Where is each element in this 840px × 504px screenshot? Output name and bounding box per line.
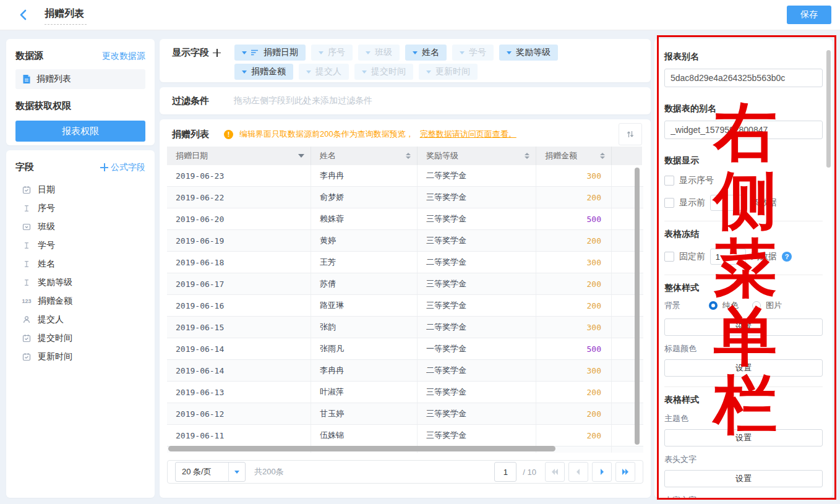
field-item[interactable]: 提交时间 <box>15 329 145 348</box>
field-item[interactable]: 123捐赠金额 <box>15 292 145 310</box>
display-field-chip[interactable]: 更新时间 <box>419 64 478 80</box>
text-icon <box>22 205 32 212</box>
solid-color-radio[interactable] <box>709 301 718 310</box>
table-cell: 300 <box>536 360 612 381</box>
number-icon: 123 <box>22 298 32 304</box>
table-cell: 三等奖学金 <box>418 425 536 446</box>
sort-desc-icon <box>298 154 304 158</box>
field-item[interactable]: 姓名 <box>15 255 145 273</box>
chip-label: 序号 <box>328 47 345 58</box>
table-cell: 甘玉婷 <box>311 403 418 424</box>
table-cell: 2019-06-15 <box>167 317 311 338</box>
first-page-button[interactable] <box>545 462 565 482</box>
save-button[interactable]: 保存 <box>787 6 831 24</box>
chip-label: 捐赠金额 <box>251 66 286 77</box>
show-first-count-input[interactable] <box>710 195 746 211</box>
field-item[interactable]: 班级 <box>15 218 145 236</box>
table-alias-input[interactable] <box>664 121 823 139</box>
add-formula-field-link[interactable]: 公式字段 <box>100 162 145 173</box>
table-cell: 200 <box>536 230 612 251</box>
display-field-chip[interactable]: 捐赠日期 <box>234 45 306 61</box>
help-icon[interactable] <box>782 252 792 262</box>
back-button[interactable] <box>17 9 30 21</box>
table-cell: 500 <box>536 338 612 359</box>
field-item[interactable]: 学号 <box>15 236 145 255</box>
sort-order-button[interactable] <box>619 123 642 145</box>
view-page-link[interactable]: 完整数据请访问页面查看。 <box>420 129 516 140</box>
table-horizontal-scrollbar[interactable] <box>168 446 555 451</box>
display-field-chip[interactable]: 奖励等级 <box>499 45 558 61</box>
title-color-set-button[interactable]: 设置 <box>664 359 823 377</box>
column-header[interactable]: 姓名 <box>311 147 418 165</box>
column-header[interactable]: 捐赠日期 <box>167 147 311 165</box>
show-first-checkbox[interactable] <box>664 198 674 208</box>
caret-down-icon <box>460 51 465 54</box>
background-color-set-button[interactable]: 设置 <box>664 318 823 336</box>
data-display-title: 数据显示 <box>664 155 823 166</box>
table-cell: 三等奖学金 <box>418 403 536 424</box>
header-text-set-button[interactable]: 设置 <box>664 470 823 487</box>
display-field-chip[interactable]: 提交人 <box>299 64 349 80</box>
display-field-chip[interactable]: 班级 <box>358 45 400 61</box>
report-alias-input[interactable] <box>664 69 823 87</box>
column-header[interactable]: 奖励等级 <box>418 147 536 165</box>
display-field-chip[interactable]: 提交时间 <box>354 64 413 80</box>
datasource-item-label: 捐赠列表 <box>36 74 71 85</box>
table-cell: 三等奖学金 <box>418 273 536 294</box>
field-label: 奖励等级 <box>38 277 72 288</box>
column-label: 捐赠日期 <box>176 150 208 161</box>
theme-color-set-button[interactable]: 设置 <box>664 429 823 446</box>
image-radio[interactable] <box>752 301 761 310</box>
table-row: 2019-06-18王芳二等奖学金300 <box>167 252 643 273</box>
fix-columns-checkbox[interactable] <box>664 252 674 262</box>
page-input[interactable] <box>494 462 516 482</box>
sort-toggle-icon <box>406 153 411 159</box>
chip-label: 学号 <box>469 47 486 58</box>
table-cell: 俞梦娇 <box>311 187 418 208</box>
chip-label: 提交人 <box>315 66 341 77</box>
field-item[interactable]: 日期 <box>15 181 145 199</box>
table-vertical-scrollbar[interactable] <box>635 168 640 445</box>
field-item[interactable]: 提交人 <box>15 310 145 329</box>
table-cell: 王芳 <box>311 252 418 273</box>
select-icon <box>22 223 32 231</box>
theme-color-label: 主题色 <box>664 413 823 424</box>
display-field-chip[interactable]: 姓名 <box>405 45 447 61</box>
field-item[interactable]: 更新时间 <box>15 348 145 366</box>
settings-panel: 报表别名 数据表的别名 数据显示 显示序号 显示前 条数据 表格冻结 固定前 1… <box>654 39 833 498</box>
fix-count-select[interactable]: 1 <box>710 249 746 265</box>
caret-down-icon <box>366 51 371 54</box>
field-item[interactable]: 奖励等级 <box>15 273 145 292</box>
page-size-select[interactable]: 20 条/页 <box>175 462 246 482</box>
table-alias-title: 数据表的别名 <box>664 103 823 114</box>
filter-label: 过滤条件 <box>172 95 209 107</box>
change-datasource-link[interactable]: 更改数据源 <box>102 51 145 62</box>
filter-dropzone[interactable]: 拖动左侧字段到此处来添加过滤条件 <box>234 95 372 106</box>
plus-icon <box>100 163 108 171</box>
display-field-chip[interactable]: 捐赠金额 <box>234 64 293 80</box>
display-field-chip[interactable]: 学号 <box>452 45 494 61</box>
prev-page-button[interactable] <box>568 462 588 482</box>
display-field-chip[interactable]: 序号 <box>311 45 353 61</box>
display-field-chips-row-2: 捐赠金额提交人提交时间更新时间 <box>234 64 558 80</box>
field-label: 更新时间 <box>38 351 72 362</box>
show-seq-checkbox[interactable] <box>664 176 674 186</box>
table-cell: 赖姝蓉 <box>311 208 418 229</box>
report-permission-button[interactable]: 报表权限 <box>15 121 145 142</box>
datasource-item[interactable]: 捐赠列表 <box>15 69 145 89</box>
chip-label: 捐赠日期 <box>264 47 298 58</box>
field-item[interactable]: 序号 <box>15 199 145 218</box>
double-chevron-left-icon <box>551 468 559 476</box>
calendar-icon <box>22 334 32 343</box>
last-page-button[interactable] <box>615 462 635 482</box>
datasource-title: 数据源 <box>15 50 43 62</box>
table-cell: 三等奖学金 <box>418 295 536 316</box>
table-title: 捐赠列表 <box>172 129 209 140</box>
sort-lines-icon <box>251 48 259 58</box>
panel-scrollbar[interactable] <box>826 50 831 168</box>
column-header[interactable]: 捐赠金额 <box>536 147 612 165</box>
add-display-field-button[interactable] <box>213 49 221 57</box>
next-page-button[interactable] <box>592 462 612 482</box>
table-cell: 500 <box>536 208 612 229</box>
caret-down-icon <box>507 51 512 54</box>
